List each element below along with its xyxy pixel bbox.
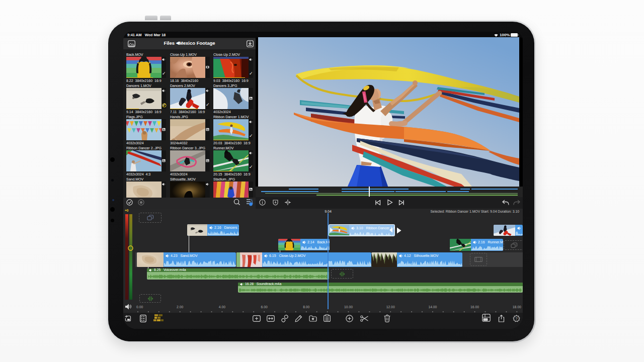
svg-text:?: ? bbox=[515, 316, 518, 321]
